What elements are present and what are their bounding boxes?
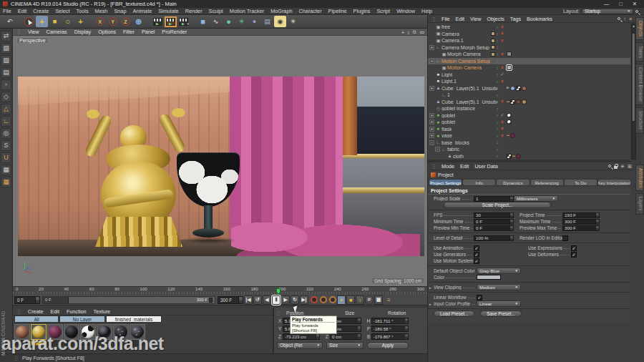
expand-icon[interactable]: - [429,140,434,145]
goto-start-button[interactable]: |◀ [244,295,253,305]
menu-item-sculpt[interactable]: Sculpt [209,8,223,14]
menu-item-tools[interactable]: Tools [77,8,89,14]
expand-icon[interactable]: + [429,119,434,124]
size-field[interactable]: 0 cm [330,333,361,340]
object-row-camera[interactable]: +▣Camera:× [428,31,630,38]
input-color-profile-dropdown[interactable]: Linear▼ [477,300,521,307]
attribute-tab-key-interpolation[interactable]: Key Interpolation [598,180,630,185]
object-row-light-1[interactable]: +■Light.1:× [428,78,630,85]
visibility-dots-icon[interactable]: : [497,134,498,138]
dots-tag-icon[interactable]: •• [507,133,509,138]
magnet-snap-icon[interactable]: U [1,152,11,163]
expand-icon[interactable]: + [429,127,434,132]
use-animation-checkbox[interactable]: ✓ [474,245,479,251]
enable-mark[interactable]: × [499,25,505,30]
menu-item-simulate[interactable]: Simulate [158,8,178,14]
mograph-icon[interactable]: ✳ [235,16,248,27]
side-tab-takes[interactable]: Takes [635,42,644,62]
project-scale-unit-dropdown[interactable]: Millimeters▼ [514,195,558,202]
expand-icon[interactable]: + [429,113,434,118]
visibility-dots-icon[interactable]: : [497,93,498,97]
range-slider-grip[interactable]: 0 F [43,297,69,303]
object-row-motion-camera-setup[interactable]: +∟Motion Camera Setup: [428,58,630,65]
scene-camera-icon[interactable]: ◉ [274,16,286,27]
object-menu-view[interactable]: View [470,16,481,22]
viewport-menu-display[interactable]: Display [74,29,92,35]
object-row-camera-1[interactable]: +▣Camera.1:× [428,37,630,44]
use-generators-checkbox[interactable]: ✓ [474,252,479,258]
scene-light-icon[interactable]: ✳ [287,16,299,27]
object-row-vase[interactable]: +●vase:×•• [428,132,630,140]
object-menu-bookmarks[interactable]: Bookmarks [527,16,552,22]
viewport-solo-icon[interactable]: ◎ [1,128,11,139]
ball-tag-icon[interactable] [510,133,515,138]
menu-item-snap[interactable]: Snap [114,8,126,14]
range-end-field[interactable]: 300 F [218,296,243,304]
project-scale-field[interactable]: 1 [474,196,514,202]
default-object-color-dropdown[interactable]: Gray-Blue▼ [477,268,521,274]
sel-box-tag-icon[interactable] [507,65,512,70]
play-backwards-button[interactable]: ↺ [253,295,262,305]
key-scale-toggle[interactable]: ■ [346,295,355,305]
search-icon[interactable] [608,165,611,167]
up-arrow-icon[interactable]: ↑ [623,16,626,21]
menu-item-mograph[interactable]: MoGraph [270,8,292,14]
goto-end-button[interactable]: ▶| [300,295,308,305]
enable-mark[interactable]: ✓ [499,113,505,118]
attribute-tab-referencing[interactable]: Referencing [531,180,563,185]
object-menu-edit[interactable]: Edit [456,16,464,22]
level-of-detail-field[interactable]: 100 % [474,235,514,241]
object-menu-file[interactable]: File [441,16,450,22]
menu-item-render[interactable]: Render [185,8,203,14]
enable-mark[interactable]: × [499,52,505,57]
visibility-dots-icon[interactable]: : [497,113,498,117]
use-motion-system-checkbox[interactable]: ✓ [474,258,479,264]
visibility-dots-icon[interactable]: : [497,127,498,131]
attribute-tab-to-do[interactable]: To Do [565,180,597,185]
menu-item-character[interactable]: Character [299,8,322,14]
maximize-button[interactable]: □ [619,1,623,7]
expand-icon[interactable]: + [429,45,434,50]
dots-tag-icon[interactable]: •• [512,154,515,159]
pan-view-icon[interactable]: + [401,30,404,35]
viewport-menu-options[interactable]: Options [98,29,116,35]
rotate-view-icon[interactable]: ⊙ [413,29,417,35]
snap-icon[interactable]: S [1,140,11,151]
menu-item-help[interactable]: Help [421,8,432,14]
scrollbar-thumb[interactable] [633,34,635,121]
side-tab-structure[interactable]: Structure [635,107,644,133]
object-row-cube-layer-5-1-unsubdivided[interactable]: +▲Cube_Layer(5).1_Unsubdivided:▶ [428,85,630,92]
rotation-field[interactable]: -181.711 ° [371,318,409,324]
menu-item-script[interactable]: Script [377,8,391,14]
viewport-menu-filter[interactable]: Filter [123,29,135,35]
checker-tag-icon[interactable] [507,154,512,159]
material-tab-all[interactable]: All [14,315,59,323]
lock-icon[interactable] [614,166,618,169]
material-menu-edit[interactable]: Edit [51,308,59,315]
checker-tag-icon[interactable] [510,99,515,104]
panel-grip-icon[interactable] [432,16,436,21]
search-icon[interactable] [635,10,638,13]
autokeying-button[interactable] [320,296,327,303]
timeline-marker[interactable] [276,288,280,294]
apply-button[interactable]: Apply [367,342,409,349]
hamburger-menu-icon[interactable]: ≡ [629,16,632,21]
expand-icon[interactable]: + [429,59,434,64]
points-mode-icon[interactable]: ▫ [1,79,11,90]
size-mode-dropdown[interactable]: Size▼ [326,342,364,349]
visibility-dots-icon[interactable]: : [497,31,498,36]
menu-item-window[interactable]: Window [396,8,415,14]
maximum-time-field[interactable]: 300 F [562,219,600,225]
ball-tag-icon[interactable] [516,154,521,159]
panel-grip-icon[interactable] [17,309,21,314]
workplane-mode-icon[interactable]: ▤ [1,67,11,78]
render-picture-viewer-icon[interactable]: ▶ [165,16,177,27]
menu-item-select[interactable]: Select [55,8,69,14]
attribute-tab-dynamics[interactable]: Dynamics [497,180,529,185]
rotation-field[interactable]: -180.58 ° [371,326,409,332]
visibility-dots-icon[interactable]: : [497,59,498,63]
visibility-dots-icon[interactable]: : [497,79,498,84]
live-selection-icon[interactable] [23,16,35,27]
rotate-tool-icon[interactable]: ○ [62,16,74,27]
viewport-menu-view[interactable]: View [28,29,39,35]
